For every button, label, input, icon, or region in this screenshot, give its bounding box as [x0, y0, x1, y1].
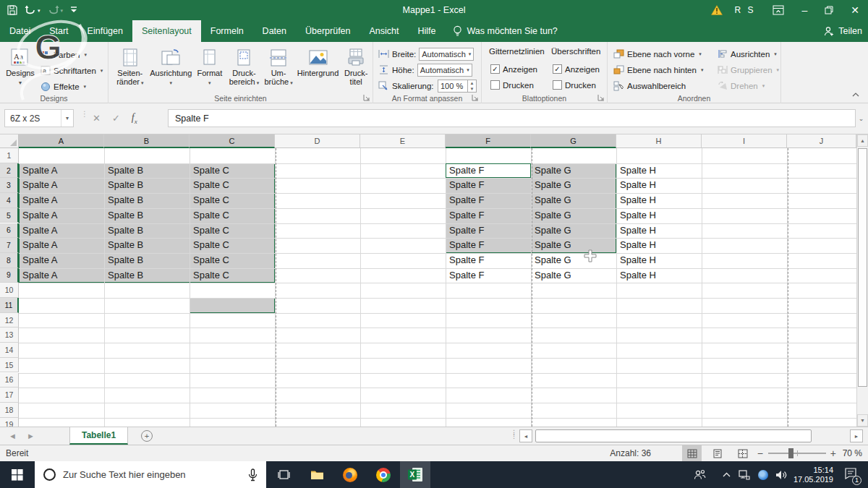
size-button[interactable]: Format ▾ [193, 45, 226, 94]
view-normal-button[interactable] [682, 445, 702, 461]
grid-cell[interactable]: Spalte B [104, 193, 190, 208]
column-header-B[interactable]: B [104, 134, 190, 148]
grid-cell[interactable]: Spalte C [190, 178, 275, 193]
row-header-13[interactable]: 13 [0, 328, 19, 343]
grid-cell[interactable]: Spalte A [19, 193, 104, 208]
anpassen-dialog-launcher[interactable] [471, 93, 480, 102]
confirm-entry-icon[interactable]: ✓ [112, 113, 120, 124]
insert-function-icon[interactable]: fx [132, 112, 137, 125]
tray-people-icon[interactable] [689, 461, 710, 488]
grid-cell[interactable]: Spalte G [531, 208, 616, 223]
row-header-10[interactable]: 10 [0, 283, 19, 298]
chrome-button[interactable] [369, 461, 398, 488]
grid-cell[interactable]: Spalte H [616, 193, 702, 208]
width-combo[interactable]: Automatisch▾ [419, 48, 474, 61]
grid-cell[interactable]: Spalte H [616, 268, 702, 283]
theme-colors-button[interactable]: Farben▾ [41, 48, 87, 61]
scale-value-box[interactable]: 100 % [438, 80, 468, 93]
formula-splitter[interactable]: ⋮ [81, 112, 88, 116]
microphone-icon[interactable] [248, 468, 258, 481]
tray-expand-icon[interactable] [718, 461, 735, 488]
grid-cell[interactable]: Spalte C [190, 193, 275, 208]
grid-cell[interactable]: Spalte G [531, 193, 616, 208]
row-header-8[interactable]: 8 [0, 253, 19, 268]
column-header-H[interactable]: H [616, 134, 702, 148]
row-header-2[interactable]: 2 [0, 163, 19, 179]
gridlines-view-checkbox[interactable]: ✓Anzeigen [490, 62, 537, 76]
view-page-layout-button[interactable] [707, 445, 727, 461]
column-header-F[interactable]: F [446, 134, 531, 148]
grid-cell[interactable]: Spalte F [446, 178, 531, 193]
zoom-slider-thumb[interactable] [788, 448, 793, 458]
tab-hilfe[interactable]: Hilfe [409, 20, 446, 42]
row-header-16[interactable]: 16 [0, 373, 19, 388]
column-header-C[interactable]: C [190, 134, 275, 148]
grid-cell[interactable]: Spalte G [531, 223, 616, 239]
vertical-scroll-thumb[interactable] [858, 148, 867, 387]
gridlines-print-checkbox[interactable]: Drucken [490, 78, 534, 92]
grid-cell[interactable]: Spalte H [616, 223, 702, 239]
row-header-14[interactable]: 14 [0, 343, 19, 358]
tab-daten[interactable]: Daten [253, 20, 296, 42]
grid-cell[interactable]: Spalte A [19, 253, 104, 268]
share-button[interactable]: Teilen [824, 20, 862, 42]
start-button[interactable] [0, 461, 35, 488]
grid-cell[interactable]: Spalte G [531, 238, 616, 253]
sheet-nav-next-icon[interactable]: ► [27, 432, 35, 440]
column-header-D[interactable]: D [275, 134, 360, 148]
grid-cell[interactable]: Spalte H [616, 238, 702, 253]
grid-cell[interactable]: Spalte G [531, 268, 616, 283]
formula-bar[interactable]: Spalte F [168, 109, 856, 127]
row-header-4[interactable]: 4 [0, 193, 19, 208]
grid-cell[interactable]: Spalte G [531, 178, 616, 193]
background-button[interactable]: Hintergrund [295, 45, 341, 94]
hscroll-right-icon[interactable]: ► [850, 429, 863, 442]
grid-cell[interactable]: Spalte B [104, 268, 190, 283]
blatt-dialog-launcher[interactable] [597, 93, 605, 102]
grid-cell[interactable]: Spalte A [19, 208, 104, 223]
grid-cell[interactable]: Spalte G [531, 163, 616, 179]
bring-forward-button[interactable]: Ebene nach vorne▾ [613, 47, 702, 61]
grid-cell[interactable]: Spalte C [190, 253, 275, 268]
row-header-7[interactable]: 7 [0, 238, 19, 253]
grid-cell[interactable]: Spalte F [446, 253, 531, 268]
sheet-nav-prev-icon[interactable]: ◄ [9, 432, 17, 440]
sheet-tab-tabelle1[interactable]: Tabelle1 [69, 427, 128, 445]
grid-cell[interactable]: Spalte B [104, 223, 190, 239]
restore-button[interactable] [816, 0, 842, 20]
grid-cell[interactable]: Spalte C [190, 163, 275, 179]
user-initials[interactable]: R S [726, 0, 764, 20]
tabbar-splitter[interactable]: ⋮⋮ [511, 431, 517, 438]
grid-cell[interactable]: Spalte G [531, 253, 616, 268]
grid-cell[interactable]: Spalte H [616, 178, 702, 193]
grid-cell[interactable]: Spalte H [616, 208, 702, 223]
scale-spinner[interactable]: ▲▼ [468, 80, 477, 93]
theme-fonts-button[interactable]: aSchriftarten▾ [41, 64, 103, 77]
tab-ansicht[interactable]: Ansicht [360, 20, 409, 42]
scroll-up-icon[interactable]: ▲ [857, 134, 868, 147]
headings-view-checkbox[interactable]: ✓Anzeigen [553, 62, 600, 76]
row-header-9[interactable]: 9 [0, 268, 19, 283]
name-box-dropdown-icon[interactable]: ▾ [61, 110, 73, 127]
column-header-I[interactable]: I [702, 134, 787, 148]
grid-cell[interactable]: Spalte A [19, 238, 104, 253]
grid-cell[interactable]: Spalte H [616, 253, 702, 268]
tab-einfuegen[interactable]: Einfügen [78, 20, 132, 42]
grid-cell[interactable]: Spalte B [104, 253, 190, 268]
height-combo[interactable]: Automatisch▾ [417, 64, 472, 77]
grid-cell[interactable]: Spalte A [19, 178, 104, 193]
grid-cell[interactable]: Spalte H [616, 163, 702, 179]
tell-me-search[interactable]: Was möchten Sie tun? [446, 20, 565, 42]
zoom-level[interactable]: 70 % [843, 445, 862, 461]
themes-button[interactable]: Aa Designs ▼ [4, 45, 36, 94]
excel-taskbar-button[interactable]: X [400, 461, 430, 488]
vertical-scrollbar[interactable]: ▲ ▼ [856, 134, 868, 427]
grid-cell[interactable]: Spalte B [104, 238, 190, 253]
taskbar-clock[interactable]: 15:14 17.05.2019 [793, 461, 833, 488]
grid-cell[interactable]: Spalte F [446, 238, 531, 253]
taskbar-search[interactable]: Zur Suche Text hier eingeben [35, 461, 266, 488]
file-explorer-button[interactable] [302, 461, 331, 488]
ribbon-display-options-button[interactable] [764, 0, 793, 20]
name-box[interactable]: 6Z x 2S ▾ [4, 109, 74, 127]
column-header-G[interactable]: G [531, 134, 616, 148]
